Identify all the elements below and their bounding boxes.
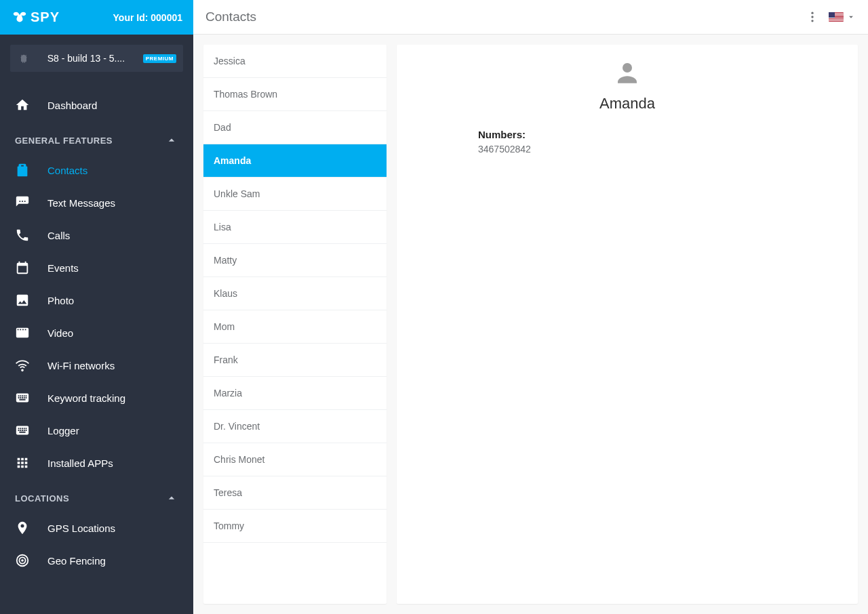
sidebar-item-label: Text Messages	[47, 197, 115, 209]
contact-row[interactable]: Mom	[203, 310, 387, 344]
sidebar-item-contacts[interactable]: Contacts	[0, 154, 193, 186]
nav-section-title: LOCATIONS	[15, 493, 69, 504]
numbers-label: Numbers:	[478, 129, 776, 140]
keyboard-icon	[15, 423, 30, 438]
device-selector[interactable]: S8 - build 13 - 5.... PREMIUM	[10, 45, 183, 72]
kebab-menu-icon[interactable]	[806, 10, 819, 24]
sidebar-header: SPY Your Id: 000001	[0, 0, 193, 35]
contact-row[interactable]: Frank	[203, 344, 387, 377]
sidebar-item-photo[interactable]: Photo	[0, 284, 193, 316]
logo-text: SPY	[31, 9, 60, 25]
sidebar-item-geofence[interactable]: Geo Fencing	[0, 544, 193, 577]
premium-badge: PREMIUM	[143, 54, 176, 63]
sidebar-item-label: Contacts	[47, 165, 87, 176]
logo[interactable]: SPY	[11, 9, 60, 25]
sms-icon	[15, 195, 30, 210]
contact-row[interactable]: Matty	[203, 244, 387, 277]
sidebar-item-label: Photo	[47, 295, 74, 306]
device-name: S8 - build 13 - 5....	[36, 53, 136, 64]
svg-point-2	[811, 20, 813, 22]
keyboard-icon	[15, 390, 30, 405]
sidebar-item-video[interactable]: Video	[0, 316, 193, 349]
svg-point-1	[811, 16, 813, 18]
svg-point-0	[811, 12, 813, 14]
contact-detail: Amanda Numbers: 3467502842	[397, 45, 858, 604]
user-id-label: Your Id: 000001	[113, 12, 182, 23]
caret-down-icon	[846, 12, 856, 22]
sidebar-item-events[interactable]: Events	[0, 251, 193, 284]
sidebar-item-apps[interactable]: Installed APPs	[0, 447, 193, 479]
pin-icon	[15, 520, 30, 535]
contact-row[interactable]: Marzia	[203, 377, 387, 410]
contact-row[interactable]: Teresa	[203, 476, 387, 510]
sidebar-item-label: Keyword tracking	[47, 392, 125, 404]
phone-number: 3467502842	[478, 144, 776, 155]
contact-row[interactable]: Dad	[203, 111, 387, 144]
sidebar-item-label: Video	[47, 327, 73, 339]
chevron-up-icon	[165, 491, 178, 505]
content: JessicaThomas BrownDadAmandaUnkle SamLis…	[193, 35, 868, 614]
contact-row[interactable]: Amanda	[203, 144, 387, 178]
contact-row[interactable]: Unkle Sam	[203, 178, 387, 211]
wifi-icon	[15, 358, 30, 373]
sidebar-item-label: Installed APPs	[47, 457, 113, 469]
detail-name: Amanda	[599, 95, 655, 112]
svg-point-3	[623, 63, 632, 73]
apps-icon	[15, 455, 30, 470]
sidebar-item-label: Calls	[47, 230, 70, 241]
nav-section-header[interactable]: GENERAL FEATURES	[0, 121, 193, 154]
main: Contacts JessicaThomas BrownDadAmandaUnk…	[193, 0, 868, 614]
nav-section-header[interactable]: LOCATIONS	[0, 479, 193, 512]
contact-row[interactable]: Klaus	[203, 277, 387, 310]
contact-row[interactable]: Jessica	[203, 45, 387, 78]
sidebar-item-dashboard[interactable]: Dashboard	[0, 89, 193, 121]
flag-icon	[829, 12, 844, 22]
contact-row[interactable]: Dr. Vincent	[203, 410, 387, 443]
detail-numbers-section: Numbers: 3467502842	[478, 129, 776, 155]
image-icon	[15, 293, 30, 308]
contact-row[interactable]: Lisa	[203, 211, 387, 244]
clipboard-icon	[15, 163, 30, 178]
event-icon	[15, 260, 30, 275]
avatar-icon	[613, 58, 642, 87]
page-title: Contacts	[205, 9, 256, 24]
contact-row[interactable]: Tommy	[203, 510, 387, 543]
sidebar-nav: Dashboard GENERAL FEATURESContactsText M…	[0, 82, 193, 614]
sidebar-item-logger[interactable]: Logger	[0, 414, 193, 447]
contact-row[interactable]: Chris Monet	[203, 443, 387, 476]
sidebar-item-label: Logger	[47, 425, 79, 436]
sidebar: SPY Your Id: 000001 S8 - build 13 - 5...…	[0, 0, 193, 614]
sidebar-item-keyword[interactable]: Keyword tracking	[0, 382, 193, 414]
contact-list: JessicaThomas BrownDadAmandaUnkle SamLis…	[203, 45, 387, 604]
sidebar-item-text-messages[interactable]: Text Messages	[0, 186, 193, 219]
language-selector[interactable]	[829, 12, 856, 22]
logo-icon	[11, 10, 28, 25]
sidebar-item-gps[interactable]: GPS Locations	[0, 512, 193, 544]
sidebar-item-label: Dashboard	[47, 100, 97, 111]
video-icon	[15, 325, 30, 340]
nav-section-title: GENERAL FEATURES	[15, 136, 113, 146]
contact-row[interactable]: Thomas Brown	[203, 78, 387, 111]
sidebar-item-calls[interactable]: Calls	[0, 219, 193, 251]
phone-icon	[15, 228, 30, 243]
topbar: Contacts	[193, 0, 868, 35]
sidebar-item-wifi[interactable]: Wi-Fi networks	[0, 349, 193, 382]
sidebar-item-label: Events	[47, 262, 79, 274]
sidebar-item-label: GPS Locations	[47, 523, 115, 534]
home-icon	[15, 98, 30, 112]
target-icon	[15, 553, 30, 568]
android-icon	[18, 53, 29, 64]
sidebar-item-label: Wi-Fi networks	[47, 360, 115, 371]
sidebar-item-label: Geo Fencing	[47, 555, 106, 567]
detail-header: Amanda	[478, 58, 776, 112]
chevron-up-icon	[165, 134, 178, 147]
topbar-actions	[806, 10, 856, 24]
